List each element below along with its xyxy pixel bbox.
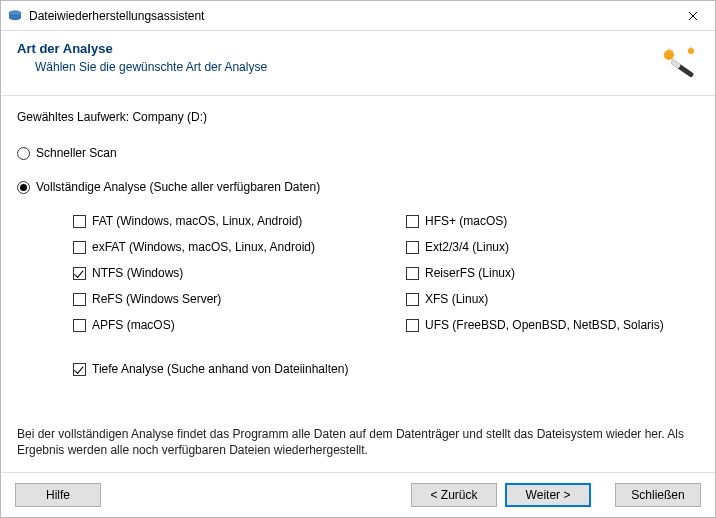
checkbox-icon: [73, 363, 86, 376]
page-title: Art der Analyse: [17, 41, 647, 56]
checkbox-label: UFS (FreeBSD, OpenBSD, NetBSD, Solaris): [425, 318, 664, 332]
checkbox-icon: [73, 215, 86, 228]
next-button[interactable]: Weiter >: [505, 483, 591, 507]
radio-label: Schneller Scan: [36, 146, 117, 160]
header-text: Art der Analyse Wählen Sie die gewünscht…: [17, 41, 647, 74]
titlebar: Dateiwiederherstellungsassistent: [1, 1, 715, 31]
wizard-footer: Hilfe < Zurück Weiter > Schließen: [1, 472, 715, 517]
checkbox-exfat[interactable]: exFAT (Windows, macOS, Linux, Android): [73, 240, 366, 254]
checkbox-apfs[interactable]: APFS (macOS): [73, 318, 366, 332]
wand-icon: [655, 41, 699, 85]
radio-label: Vollständige Analyse (Suche aller verfüg…: [36, 180, 320, 194]
checkbox-label: HFS+ (macOS): [425, 214, 507, 228]
checkbox-ext[interactable]: Ext2/3/4 (Linux): [406, 240, 699, 254]
checkbox-deep-analysis[interactable]: Tiefe Analyse (Suche anhand von Dateiinh…: [73, 362, 699, 376]
checkbox-hfsplus[interactable]: HFS+ (macOS): [406, 214, 699, 228]
close-icon[interactable]: [671, 1, 715, 31]
app-icon: [7, 8, 23, 24]
window-title: Dateiwiederherstellungsassistent: [29, 9, 671, 23]
wizard-window: Dateiwiederherstellungsassistent Art der…: [0, 0, 716, 518]
checkbox-label: ReiserFS (Linux): [425, 266, 515, 280]
checkbox-ufs[interactable]: UFS (FreeBSD, OpenBSD, NetBSD, Solaris): [406, 318, 699, 332]
radio-icon: [17, 147, 30, 160]
checkbox-icon: [406, 319, 419, 332]
checkbox-ntfs[interactable]: NTFS (Windows): [73, 266, 366, 280]
checkbox-label: XFS (Linux): [425, 292, 488, 306]
radio-full-analysis[interactable]: Vollständige Analyse (Suche aller verfüg…: [17, 180, 699, 194]
checkbox-icon: [406, 267, 419, 280]
wizard-body: Gewähltes Laufwerk: Company (D:) Schnell…: [1, 96, 715, 472]
radio-quick-scan[interactable]: Schneller Scan: [17, 146, 699, 160]
back-button[interactable]: < Zurück: [411, 483, 497, 507]
checkbox-icon: [406, 293, 419, 306]
checkbox-fat[interactable]: FAT (Windows, macOS, Linux, Android): [73, 214, 366, 228]
checkbox-label: NTFS (Windows): [92, 266, 183, 280]
checkbox-refs[interactable]: ReFS (Windows Server): [73, 292, 366, 306]
help-button[interactable]: Hilfe: [15, 483, 101, 507]
checkbox-icon: [73, 293, 86, 306]
checkbox-label: Tiefe Analyse (Suche anhand von Dateiinh…: [92, 362, 348, 376]
close-button[interactable]: Schließen: [615, 483, 701, 507]
selected-drive-label: Gewähltes Laufwerk: Company (D:): [17, 110, 699, 124]
checkbox-label: ReFS (Windows Server): [92, 292, 221, 306]
wizard-header: Art der Analyse Wählen Sie die gewünscht…: [1, 31, 715, 96]
page-subtitle: Wählen Sie die gewünschte Art der Analys…: [35, 60, 647, 74]
checkbox-icon: [406, 241, 419, 254]
checkbox-label: APFS (macOS): [92, 318, 175, 332]
radio-icon: [17, 181, 30, 194]
checkbox-icon: [73, 267, 86, 280]
checkbox-label: exFAT (Windows, macOS, Linux, Android): [92, 240, 315, 254]
checkbox-label: FAT (Windows, macOS, Linux, Android): [92, 214, 302, 228]
checkbox-icon: [73, 241, 86, 254]
description-text: Bei der vollständigen Analyse findet das…: [17, 426, 699, 458]
checkbox-label: Ext2/3/4 (Linux): [425, 240, 509, 254]
checkbox-xfs[interactable]: XFS (Linux): [406, 292, 699, 306]
checkbox-reiserfs[interactable]: ReiserFS (Linux): [406, 266, 699, 280]
checkbox-icon: [406, 215, 419, 228]
checkbox-icon: [73, 319, 86, 332]
filesystem-grid: FAT (Windows, macOS, Linux, Android) HFS…: [73, 214, 699, 332]
